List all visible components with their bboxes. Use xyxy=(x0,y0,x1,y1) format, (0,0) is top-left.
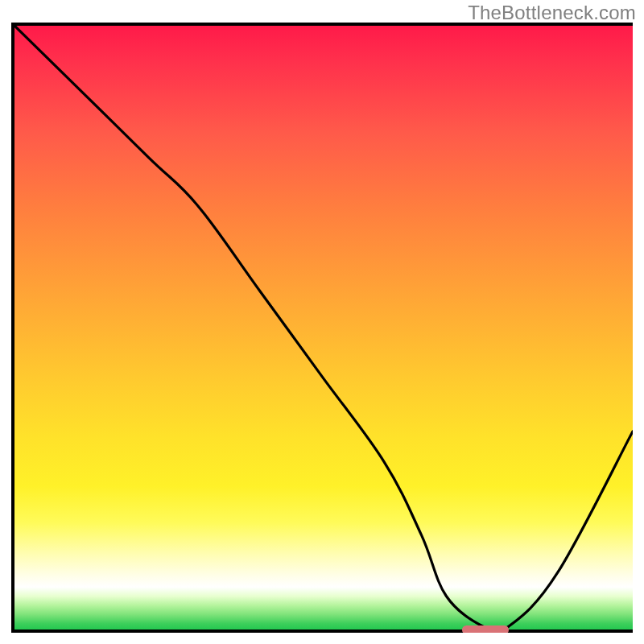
watermark-label: TheBottleneck.com xyxy=(468,2,636,24)
axis-left xyxy=(11,23,14,633)
chart-stage: TheBottleneck.com xyxy=(0,0,644,644)
curve-path xyxy=(11,23,633,633)
axis-bottom xyxy=(11,630,633,633)
optimum-marker xyxy=(462,625,509,634)
bottleneck-curve xyxy=(11,23,633,633)
plot-area xyxy=(11,23,633,633)
